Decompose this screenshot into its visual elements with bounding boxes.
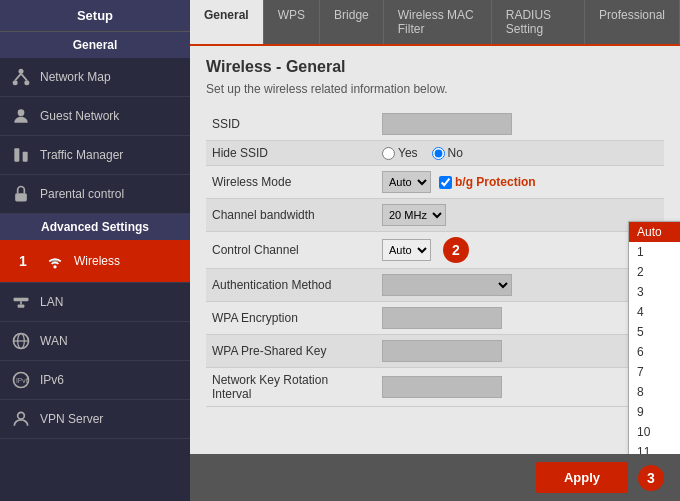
sidebar-item-label: IPv6 bbox=[40, 373, 64, 387]
vpn-icon bbox=[10, 408, 32, 430]
sidebar-item-label: Parental control bbox=[40, 187, 124, 201]
sidebar-item-ipv6[interactable]: IPv6 IPv6 bbox=[0, 361, 190, 400]
svg-rect-11 bbox=[18, 305, 25, 308]
field-label: Wireless Mode bbox=[206, 166, 376, 199]
wan-icon bbox=[10, 330, 32, 352]
sidebar-item-wan[interactable]: WAN bbox=[0, 322, 190, 361]
dropdown-item-3[interactable]: 3 bbox=[629, 282, 680, 302]
wireless-icon bbox=[44, 250, 66, 272]
tab-wireless-mac-filter[interactable]: Wireless MAC Filter bbox=[384, 0, 492, 44]
sidebar-item-lan[interactable]: LAN bbox=[0, 283, 190, 322]
dropdown-item-auto[interactable]: Auto bbox=[629, 222, 680, 242]
field-value: Auto 2 bbox=[376, 232, 664, 269]
sidebar-item-label: Guest Network bbox=[40, 109, 119, 123]
page-title: Wireless - General bbox=[206, 58, 664, 76]
ssid-input[interactable] bbox=[382, 113, 512, 135]
sidebar-item-label: LAN bbox=[40, 295, 63, 309]
hide-ssid-yes-radio[interactable] bbox=[382, 147, 395, 160]
footer: Apply 3 bbox=[190, 454, 680, 501]
sidebar-item-traffic-manager[interactable]: Traffic Manager bbox=[0, 136, 190, 175]
dropdown-item-6[interactable]: 6 bbox=[629, 342, 680, 362]
field-label: WPA Pre-Shared Key bbox=[206, 335, 376, 368]
dropdown-item-4[interactable]: 4 bbox=[629, 302, 680, 322]
dropdown-item-9[interactable]: 9 bbox=[629, 402, 680, 422]
table-row: Authentication Method bbox=[206, 269, 664, 302]
sidebar-item-label: VPN Server bbox=[40, 412, 103, 426]
dropdown-item-11[interactable]: 11 bbox=[629, 442, 680, 454]
wireless-mode-row: Auto b/g Protection bbox=[382, 171, 658, 193]
svg-point-5 bbox=[18, 109, 25, 116]
channel-bandwidth-select[interactable]: 20 MHz 40 MHz bbox=[382, 204, 446, 226]
sidebar: Setup General Network Map Guest Network … bbox=[0, 0, 190, 501]
sidebar-item-label: Network Map bbox=[40, 70, 111, 84]
table-row: WPA Pre-Shared Key bbox=[206, 335, 664, 368]
main-content: General WPS Bridge Wireless MAC Filter R… bbox=[190, 0, 680, 501]
hide-ssid-no-radio[interactable] bbox=[432, 147, 445, 160]
auth-method-select[interactable] bbox=[382, 274, 512, 296]
dropdown-item-8[interactable]: 8 bbox=[629, 382, 680, 402]
sidebar-item-parental-control[interactable]: Parental control bbox=[0, 175, 190, 214]
dropdown-list: Auto 1 2 3 4 5 6 7 8 9 10 11 bbox=[628, 221, 680, 454]
hide-ssid-yes-label[interactable]: Yes bbox=[382, 146, 418, 160]
indicator-2: 2 bbox=[443, 237, 469, 263]
svg-point-9 bbox=[54, 266, 56, 268]
setup-header: Setup bbox=[0, 0, 190, 32]
svg-rect-7 bbox=[23, 152, 28, 162]
ipv6-icon: IPv6 bbox=[10, 369, 32, 391]
tab-wps[interactable]: WPS bbox=[264, 0, 320, 44]
sidebar-item-label: WAN bbox=[40, 334, 68, 348]
field-value bbox=[376, 302, 664, 335]
wpa-psk-input[interactable] bbox=[382, 340, 502, 362]
sidebar-item-wireless[interactable]: 1 Wireless bbox=[0, 240, 190, 283]
svg-rect-6 bbox=[14, 148, 19, 161]
key-rotation-input[interactable] bbox=[382, 376, 502, 398]
field-value bbox=[376, 108, 664, 141]
dropdown-item-2[interactable]: 2 bbox=[629, 262, 680, 282]
content-subtitle: Set up the wireless related information … bbox=[206, 82, 664, 96]
dropdown-item-10[interactable]: 10 bbox=[629, 422, 680, 442]
table-row: Wireless Mode Auto b/g Protection bbox=[206, 166, 664, 199]
bg-protection-checkbox[interactable] bbox=[439, 176, 452, 189]
wpa-encryption-input[interactable] bbox=[382, 307, 502, 329]
apply-button[interactable]: Apply bbox=[536, 462, 628, 493]
content-area: Wireless - General Set up the wireless r… bbox=[190, 46, 680, 454]
svg-point-1 bbox=[13, 80, 18, 85]
tab-bridge[interactable]: Bridge bbox=[320, 0, 384, 44]
sidebar-item-network-map[interactable]: Network Map bbox=[0, 58, 190, 97]
traffic-icon bbox=[10, 144, 32, 166]
indicator-1: 1 bbox=[10, 248, 36, 274]
svg-text:IPv6: IPv6 bbox=[16, 377, 30, 384]
svg-rect-8 bbox=[15, 193, 27, 201]
sidebar-item-guest-network[interactable]: Guest Network bbox=[0, 97, 190, 136]
tab-professional[interactable]: Professional bbox=[585, 0, 680, 44]
dropdown-item-5[interactable]: 5 bbox=[629, 322, 680, 342]
dropdown-item-7[interactable]: 7 bbox=[629, 362, 680, 382]
control-channel-select[interactable]: Auto bbox=[382, 239, 431, 261]
control-channel-row: Auto 2 bbox=[382, 237, 658, 263]
svg-point-18 bbox=[18, 412, 25, 419]
dropdown-item-1[interactable]: 1 bbox=[629, 242, 680, 262]
field-value bbox=[376, 335, 664, 368]
indicator-3: 3 bbox=[638, 465, 664, 491]
sidebar-item-vpn-server[interactable]: VPN Server bbox=[0, 400, 190, 439]
field-label: Network Key Rotation Interval bbox=[206, 368, 376, 407]
tab-radius-setting[interactable]: RADIUS Setting bbox=[492, 0, 585, 44]
table-row: WPA Encryption bbox=[206, 302, 664, 335]
svg-point-2 bbox=[24, 80, 29, 85]
tab-general[interactable]: General bbox=[190, 0, 264, 44]
table-row: Control Channel Auto 2 bbox=[206, 232, 664, 269]
hide-ssid-radio-group: Yes No bbox=[382, 146, 658, 160]
bg-protection-label[interactable]: b/g Protection bbox=[439, 175, 536, 189]
field-label: Hide SSID bbox=[206, 141, 376, 166]
hide-ssid-no-label[interactable]: No bbox=[432, 146, 463, 160]
field-label: Channel bandwidth bbox=[206, 199, 376, 232]
wireless-mode-select[interactable]: Auto bbox=[382, 171, 431, 193]
bg-protection-text: b/g Protection bbox=[455, 175, 536, 189]
tab-bar: General WPS Bridge Wireless MAC Filter R… bbox=[190, 0, 680, 46]
field-label: Control Channel bbox=[206, 232, 376, 269]
parental-icon bbox=[10, 183, 32, 205]
settings-form: SSID Hide SSID Yes No Wireless bbox=[206, 108, 664, 407]
guest-icon bbox=[10, 105, 32, 127]
control-channel-dropdown[interactable]: Auto 1 2 3 4 5 6 7 8 9 10 11 bbox=[628, 221, 680, 454]
field-value: 20 MHz 40 MHz bbox=[376, 199, 664, 232]
